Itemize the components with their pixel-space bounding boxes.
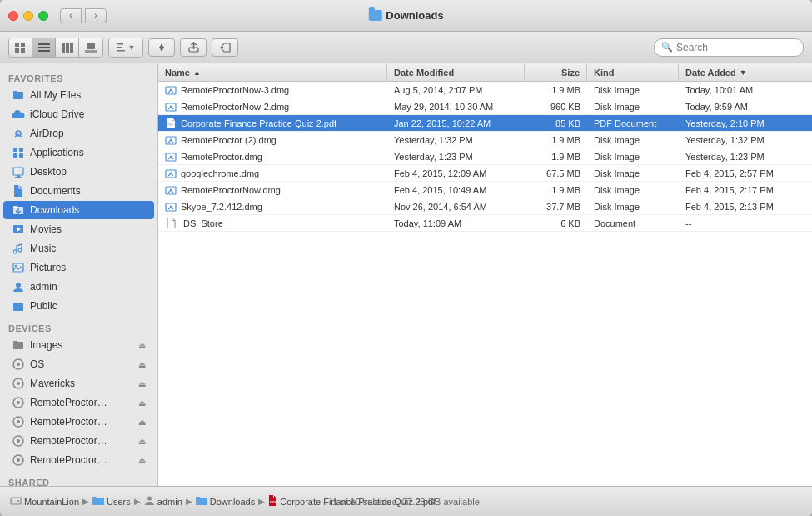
file-kind: Disk Image <box>587 168 679 178</box>
bc-item-mountainlion[interactable]: MountainLion <box>10 496 79 508</box>
svg-rect-68 <box>11 498 21 504</box>
col-header-kind[interactable]: Kind <box>587 63 679 81</box>
rp3-eject-icon[interactable]: ⏏ <box>138 437 146 446</box>
file-row[interactable]: RemoteProctorNow-2.dmg May 29, 2014, 10:… <box>158 98 812 115</box>
file-table-header: Name ▲ Date Modified Size Kind Date Adde… <box>158 63 812 82</box>
sidebar-item-downloads[interactable]: Downloads <box>3 201 154 219</box>
forward-button[interactable]: › <box>85 8 107 23</box>
sidebar: Favorites All My Files iCloud Drive AirD… <box>0 63 158 486</box>
admin-icon <box>12 280 25 293</box>
view-cover-button[interactable] <box>79 38 102 57</box>
sidebar-item-admin[interactable]: admin <box>3 278 154 296</box>
sidebar-label-rp2: RemoteProctorNow... <box>30 416 113 428</box>
file-name-cell: PDF Corporate Finance Practice Quiz 2.pd… <box>158 118 387 129</box>
sidebar-item-remoteproctor1[interactable]: RemoteProctorNow... ⏏ <box>3 393 154 412</box>
file-row[interactable]: RemoteProctorNow-3.dmg Aug 5, 2014, 2:07… <box>158 82 812 98</box>
movies-icon <box>12 223 25 236</box>
search-input[interactable] <box>676 42 796 53</box>
statusbar: MountainLion ▶ Users ▶ admin ▶ <box>0 486 812 516</box>
file-row[interactable]: Skype_7.2.412.dmg Nov 26, 2014, 6:54 AM … <box>158 198 812 215</box>
file-date-modified: Jan 22, 2015, 10:22 AM <box>387 118 525 128</box>
sidebar-label-mavericks: Mavericks <box>30 378 75 389</box>
svg-point-65 <box>170 188 172 190</box>
tag-button[interactable] <box>212 38 238 57</box>
file-kind: Disk Image <box>587 202 679 212</box>
col-header-date-modified[interactable]: Date Modified <box>387 63 525 81</box>
close-button[interactable] <box>8 11 18 21</box>
arrange-group: ▼ <box>108 38 143 58</box>
sidebar-label-os: OS <box>30 358 44 370</box>
view-list-button[interactable] <box>32 38 56 57</box>
file-date-added: Today, 9:59 AM <box>679 102 812 112</box>
view-icon-button[interactable] <box>9 38 32 57</box>
sidebar-label-desktop: Desktop <box>30 166 67 178</box>
svg-point-44 <box>17 382 20 385</box>
maximize-button[interactable] <box>38 11 48 21</box>
sidebar-item-images[interactable]: Images ⏏ <box>3 336 154 354</box>
minimize-button[interactable] <box>23 11 33 21</box>
sidebar-item-movies[interactable]: Movies <box>3 220 154 238</box>
documents-icon <box>12 184 25 198</box>
file-type-icon <box>165 134 177 146</box>
arrange-button[interactable]: ▼ <box>109 38 142 57</box>
file-type-icon: PDF <box>165 118 177 129</box>
back-button[interactable]: ‹ <box>60 8 82 23</box>
col-header-name[interactable]: Name ▲ <box>158 63 387 81</box>
os-eject-icon[interactable]: ⏏ <box>138 360 146 369</box>
file-row[interactable]: PDF Corporate Finance Practice Quiz 2.pd… <box>158 115 812 132</box>
col-header-date-added[interactable]: Date Added ▼ <box>679 63 812 81</box>
svg-rect-73 <box>196 498 207 505</box>
file-row[interactable]: .DS_Store Today, 11:09 AM 6 KB Document … <box>158 215 812 232</box>
file-name-text: googlechrome.dmg <box>181 168 259 178</box>
svg-point-59 <box>170 138 172 140</box>
svg-text:PDF: PDF <box>270 500 277 504</box>
rp2-eject-icon[interactable]: ⏏ <box>138 418 146 427</box>
svg-rect-11 <box>85 50 97 53</box>
sidebar-label-public: Public <box>30 300 57 312</box>
sidebar-item-remoteproctor3[interactable]: RemoteProctorNow... ⏏ <box>3 432 154 450</box>
rp1-eject-icon[interactable]: ⏏ <box>138 398 146 408</box>
icloud-drive-icon <box>12 108 25 121</box>
desktop-icon <box>12 165 25 178</box>
sidebar-item-os[interactable]: OS ⏏ <box>3 355 154 373</box>
sidebar-item-documents[interactable]: Documents <box>3 182 154 200</box>
share-button[interactable] <box>180 38 207 57</box>
file-size: 960 KB <box>525 102 587 112</box>
sidebar-item-mavericks[interactable]: Mavericks ⏏ <box>3 374 154 393</box>
sidebar-item-public[interactable]: Public <box>3 297 154 315</box>
file-type-icon <box>165 151 177 163</box>
sidebar-item-remoteproctor2[interactable]: RemoteProctorNow... ⏏ <box>3 413 154 431</box>
file-row[interactable]: googlechrome.dmg Feb 4, 2015, 12:09 AM 6… <box>158 165 812 182</box>
svg-point-50 <box>17 439 20 443</box>
action-button[interactable] <box>148 38 175 57</box>
file-row[interactable]: RemoteProctorNow.dmg Feb 4, 2015, 10:49 … <box>158 182 812 198</box>
sidebar-item-all-my-files[interactable]: All My Files <box>3 86 154 104</box>
rp4-eject-icon[interactable]: ⏏ <box>138 456 146 465</box>
file-type-icon <box>165 184 177 196</box>
bc-item-downloads[interactable]: Downloads <box>196 496 255 507</box>
sidebar-item-icloud-drive[interactable]: iCloud Drive <box>3 105 154 123</box>
file-date-added: Yesterday, 2:10 PM <box>679 118 812 128</box>
mavericks-eject-icon[interactable]: ⏏ <box>138 379 146 388</box>
svg-rect-5 <box>38 47 50 48</box>
sidebar-item-desktop[interactable]: Desktop <box>3 163 154 181</box>
airdrop-icon <box>12 127 25 140</box>
col-header-size[interactable]: Size <box>525 63 587 81</box>
bc-item-users[interactable]: Users <box>92 496 131 507</box>
view-columns-button[interactable] <box>56 38 79 57</box>
sidebar-item-music[interactable]: Music <box>3 239 154 258</box>
sidebar-label-applications: Applications <box>30 147 84 158</box>
bc-item-admin[interactable]: admin <box>144 495 182 508</box>
sidebar-item-remoteproctor4[interactable]: RemoteProctorNow... ⏏ <box>3 451 154 469</box>
images-eject-icon[interactable]: ⏏ <box>138 341 146 350</box>
file-type-icon <box>165 218 177 229</box>
svg-point-48 <box>17 420 20 423</box>
sidebar-item-airdrop[interactable]: AirDrop <box>3 124 154 143</box>
svg-rect-38 <box>13 303 17 304</box>
file-row[interactable]: RemoteProctor (2).dmg Yesterday, 1:32 PM… <box>158 132 812 148</box>
sidebar-item-applications[interactable]: Applications <box>3 143 154 162</box>
file-size: 1.9 MB <box>525 185 587 195</box>
rp1-disk-icon <box>12 396 25 409</box>
sidebar-item-pictures[interactable]: Pictures <box>3 258 154 277</box>
file-row[interactable]: RemoteProctor.dmg Yesterday, 1:23 PM 1.9… <box>158 148 812 165</box>
